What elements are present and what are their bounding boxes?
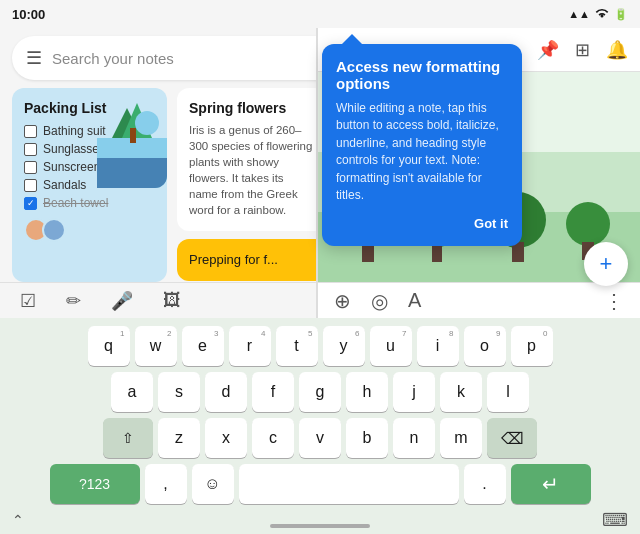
item-label-5: Beach towel <box>43 196 108 210</box>
number-key[interactable]: ?123 <box>50 464 140 504</box>
key-h[interactable]: h <box>346 372 388 412</box>
format-icon[interactable]: A <box>408 289 421 312</box>
key-w[interactable]: w2 <box>135 326 177 366</box>
space-key[interactable] <box>239 464 459 504</box>
key-i[interactable]: i8 <box>417 326 459 366</box>
item-label-4: Sandals <box>43 178 86 192</box>
key-x[interactable]: x <box>205 418 247 458</box>
card-scenery <box>97 88 167 188</box>
key-y[interactable]: y6 <box>323 326 365 366</box>
key-u[interactable]: u7 <box>370 326 412 366</box>
avatar-2 <box>42 218 66 242</box>
home-indicator <box>270 524 370 528</box>
svg-rect-4 <box>97 158 167 188</box>
key-c[interactable]: c <box>252 418 294 458</box>
emoji-key[interactable]: ☺ <box>192 464 234 504</box>
tooltip-arrow <box>342 34 362 44</box>
key-q[interactable]: q1 <box>88 326 130 366</box>
key-p[interactable]: p0 <box>511 326 553 366</box>
key-k[interactable]: k <box>440 372 482 412</box>
status-bar: 10:00 ▲▲ 🔋 <box>0 0 640 28</box>
bottom-bar: ⌃ ⌨ <box>0 506 640 534</box>
notification-icon[interactable]: 🔔 <box>606 39 628 61</box>
tooltip-got-it: Got it <box>336 214 508 232</box>
svg-point-17 <box>566 202 610 246</box>
status-time: 10:00 <box>12 7 45 22</box>
status-icons: ▲▲ 🔋 <box>568 7 628 21</box>
backspace-key[interactable]: ⌫ <box>487 418 537 458</box>
flowers-card-area: Spring flowers Iris is a genus of 260–30… <box>177 88 327 282</box>
checkbox-4[interactable] <box>24 179 37 192</box>
item-label-3: Sunscreen <box>43 160 100 174</box>
item-label-2: Sunglasses <box>43 142 105 156</box>
right-toolbar: ⊕ ◎ A ⋮ <box>318 282 640 318</box>
checkbox-toolbar-icon[interactable]: ☑ <box>20 290 36 312</box>
flowers-text: Iris is a genus of 260–300 species of fl… <box>189 122 315 219</box>
enter-key[interactable]: ↵ <box>511 464 591 504</box>
wifi-icon <box>594 7 610 21</box>
key-z[interactable]: z <box>158 418 200 458</box>
key-v[interactable]: v <box>299 418 341 458</box>
key-row-3: ⇧ z x c v b n m ⌫ <box>103 418 537 458</box>
key-s[interactable]: s <box>158 372 200 412</box>
period-key[interactable]: . <box>464 464 506 504</box>
key-r[interactable]: r4 <box>229 326 271 366</box>
mic-icon[interactable]: 🎤 <box>111 290 133 312</box>
prepping-text: Prepping for f... <box>189 252 278 267</box>
svg-rect-14 <box>432 244 442 262</box>
keyboard-rows: q1 w2 e3 r4 t5 y6 u7 i8 o9 p0 a s d f g … <box>0 318 640 508</box>
brush-icon[interactable]: ◎ <box>371 289 388 313</box>
flowers-title: Spring flowers <box>189 100 315 116</box>
right-header-icons: 📌 ⊞ 🔔 <box>537 39 628 61</box>
key-f[interactable]: f <box>252 372 294 412</box>
tooltip-body: While editing a note, tap this button to… <box>336 100 508 204</box>
pencil-icon[interactable]: ✏ <box>66 290 81 312</box>
image-icon[interactable]: 🖼 <box>163 290 181 311</box>
chevron-down-icon[interactable]: ⌃ <box>12 512 24 528</box>
tooltip-title: Access new formatting options <box>336 58 508 92</box>
key-e[interactable]: e3 <box>182 326 224 366</box>
tooltip-popup: Access new formatting options While edit… <box>322 44 522 246</box>
signal-icon: ▲▲ <box>568 8 590 20</box>
key-a[interactable]: a <box>111 372 153 412</box>
svg-rect-7 <box>130 128 136 143</box>
pin-icon[interactable]: 📌 <box>537 39 559 61</box>
menu-icon[interactable]: ☰ <box>26 47 42 69</box>
key-row-1: q1 w2 e3 r4 t5 y6 u7 i8 o9 p0 <box>88 326 553 366</box>
key-row-2: a s d f g h j k l <box>111 372 529 412</box>
key-j[interactable]: j <box>393 372 435 412</box>
card-avatars <box>24 218 155 242</box>
shift-key[interactable]: ⇧ <box>103 418 153 458</box>
list-item: Beach towel <box>24 196 155 210</box>
key-row-4: ?123 , ☺ . ↵ <box>50 464 591 504</box>
fab-button[interactable]: + <box>584 242 628 286</box>
keyboard-area: q1 w2 e3 r4 t5 y6 u7 i8 o9 p0 a s d f g … <box>0 318 640 534</box>
got-it-button[interactable]: Got it <box>474 216 508 231</box>
more-icon[interactable]: ⋮ <box>604 289 624 313</box>
add-icon[interactable]: ⊕ <box>334 289 351 313</box>
key-o[interactable]: o9 <box>464 326 506 366</box>
key-g[interactable]: g <box>299 372 341 412</box>
spring-flowers-card[interactable]: Spring flowers Iris is a genus of 260–30… <box>177 88 327 231</box>
prepping-card[interactable]: Prepping for f... <box>177 239 327 281</box>
key-b[interactable]: b <box>346 418 388 458</box>
key-t[interactable]: t5 <box>276 326 318 366</box>
key-n[interactable]: n <box>393 418 435 458</box>
grid-icon[interactable]: ⊞ <box>575 39 590 61</box>
checkbox-2[interactable] <box>24 143 37 156</box>
packing-list-card[interactable]: Packing List Bathing suit Sunglasses Sun… <box>12 88 167 282</box>
checkbox-1[interactable] <box>24 125 37 138</box>
checkbox-3[interactable] <box>24 161 37 174</box>
keyboard-icon[interactable]: ⌨ <box>602 509 628 531</box>
svg-point-8 <box>135 111 159 135</box>
checkbox-5[interactable] <box>24 197 37 210</box>
key-l[interactable]: l <box>487 372 529 412</box>
comma-key[interactable]: , <box>145 464 187 504</box>
key-d[interactable]: d <box>205 372 247 412</box>
key-m[interactable]: m <box>440 418 482 458</box>
battery-icon: 🔋 <box>614 8 628 21</box>
